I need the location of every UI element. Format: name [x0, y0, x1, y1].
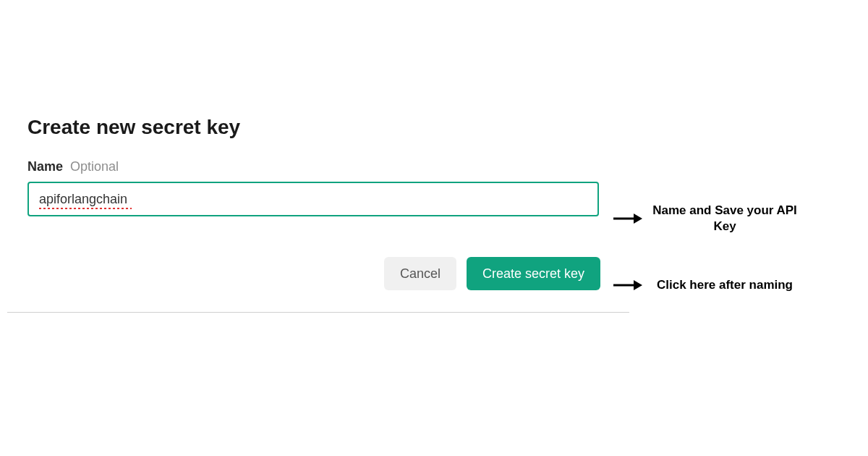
name-input[interactable] [27, 182, 599, 216]
annotation-input-text: Name and Save your API Key [652, 203, 797, 235]
arrow-right-icon [612, 211, 642, 226]
create-secret-key-dialog: Create new secret key Name Optional Canc… [7, 94, 629, 313]
spellcheck-underline [39, 208, 132, 209]
svg-marker-3 [634, 280, 642, 290]
dialog-title: Create new secret key [27, 116, 609, 139]
arrow-right-icon [612, 278, 642, 292]
annotation-input: Name and Save your API Key [612, 203, 797, 235]
name-hint: Optional [70, 159, 119, 174]
cancel-button[interactable]: Cancel [384, 257, 456, 290]
name-label: Name [27, 159, 63, 174]
annotation-button-text: Click here after naming [652, 277, 797, 293]
svg-marker-1 [634, 214, 642, 224]
name-field-label-row: Name Optional [27, 159, 609, 174]
name-input-wrap [27, 182, 599, 216]
create-secret-key-button[interactable]: Create secret key [467, 257, 600, 290]
dialog-button-row: Cancel Create secret key [27, 257, 609, 290]
annotation-button: Click here after naming [612, 277, 797, 293]
